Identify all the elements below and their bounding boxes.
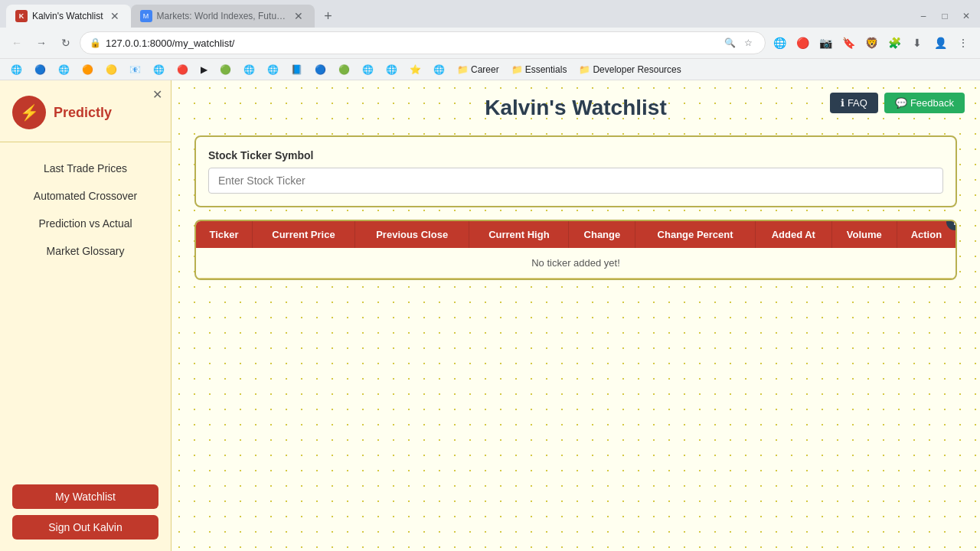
tab-bar: K Kalvin's Watchlist ✕ M Markets: World … xyxy=(0,0,980,28)
tab-title-2: Markets: World Indexes, Future... xyxy=(157,11,287,21)
empty-message: No ticker added yet! xyxy=(196,248,956,279)
sidebar-item-automated-crossover[interactable]: Automated Crossover xyxy=(0,182,171,210)
star-icon[interactable]: ☆ xyxy=(740,35,756,51)
tab-markets[interactable]: M Markets: World Indexes, Future... ✕ xyxy=(131,5,315,28)
close-window-button[interactable]: ✕ xyxy=(959,8,974,24)
url-text: 127.0.0.1:8000/my_watchlist/ xyxy=(106,37,717,49)
sidebar: ✕ ⚡ Predictly Last Trade Prices Automate… xyxy=(0,80,172,551)
tab-close-2[interactable]: ✕ xyxy=(292,9,305,23)
bookmark-career[interactable]: 📁 Career xyxy=(452,63,504,77)
sidebar-logo: ⚡ Predictly xyxy=(0,80,171,142)
table-header-row: Ticker Current Price Previous Close Curr… xyxy=(196,221,956,248)
sidebar-item-last-trade-prices[interactable]: Last Trade Prices xyxy=(0,155,171,182)
extension-icon-5[interactable]: 🦁 xyxy=(861,32,882,54)
toolbar-right-icons: 🌐 🔴 📷 🔖 🦁 🧩 ⬇ 👤 ⋮ xyxy=(769,32,974,54)
menu-icon[interactable]: ⋮ xyxy=(952,32,974,54)
bookmark-19[interactable]: 🌐 xyxy=(429,63,449,77)
tab-favicon-1: K xyxy=(15,10,28,22)
extension-icon-3[interactable]: 📷 xyxy=(815,32,836,54)
forward-button[interactable]: → xyxy=(31,32,52,54)
col-previous-close: Previous Close xyxy=(354,221,469,248)
sidebar-nav: Last Trade Prices Automated Crossover Pr… xyxy=(0,142,171,472)
col-current-high: Current High xyxy=(469,221,569,248)
bookmark-5[interactable]: 🟡 xyxy=(101,63,122,77)
stock-form-label: Stock Ticker Symbol xyxy=(208,149,943,161)
bookmark-3[interactable]: 🌐 xyxy=(54,63,74,77)
bookmark-7[interactable]: 🌐 xyxy=(149,63,169,77)
tab-title-1: Kalvin's Watchlist xyxy=(32,11,103,21)
bookmark-essentials[interactable]: 📁 Essentials xyxy=(507,63,572,77)
feedback-label: Feedback xyxy=(910,97,954,109)
extension-icon-4[interactable]: 🔖 xyxy=(838,32,859,54)
feedback-button[interactable]: 💬 Feedback xyxy=(884,93,965,113)
col-added-at: Added At xyxy=(755,221,831,248)
bookmark-2[interactable]: 🔵 xyxy=(30,63,51,77)
col-volume: Volume xyxy=(831,221,897,248)
col-change: Change xyxy=(569,221,635,248)
bookmark-18[interactable]: ⭐ xyxy=(405,63,426,77)
bookmark-15[interactable]: 🟢 xyxy=(334,63,354,77)
minimize-button[interactable]: – xyxy=(916,8,931,24)
lock-icon: 🔒 xyxy=(90,37,101,48)
col-current-price: Current Price xyxy=(253,221,355,248)
new-tab-button[interactable]: + xyxy=(318,5,339,27)
bookmark-13[interactable]: 📘 xyxy=(286,63,307,77)
back-button[interactable]: ← xyxy=(6,32,28,54)
bookmark-10[interactable]: 🟢 xyxy=(215,63,236,77)
address-bar-icons: 🔍 ☆ xyxy=(722,35,756,51)
profile-icon[interactable]: 👤 xyxy=(929,32,951,54)
page-wrapper: ✕ ⚡ Predictly Last Trade Prices Automate… xyxy=(0,80,980,551)
window-controls: – □ ✕ xyxy=(916,8,974,24)
logo-text: Predictly xyxy=(54,105,112,121)
download-icon[interactable]: ⬇ xyxy=(906,32,928,54)
bookmark-16[interactable]: 🌐 xyxy=(358,63,378,77)
bookmark-1[interactable]: 🌐 xyxy=(6,63,27,77)
extension-icon-6[interactable]: 🧩 xyxy=(884,32,905,54)
stock-form: Stock Ticker Symbol xyxy=(194,135,957,207)
bookmark-4[interactable]: 🟠 xyxy=(77,63,98,77)
toolbar: ← → ↻ 🔒 127.0.0.1:8000/my_watchlist/ 🔍 ☆… xyxy=(0,28,980,58)
bookmark-8[interactable]: 🔴 xyxy=(172,63,193,77)
col-ticker: Ticker xyxy=(196,221,253,248)
bookmark-dev-resources[interactable]: 📁 Developer Resources xyxy=(574,63,685,77)
top-right-buttons: ℹ FAQ 💬 Feedback xyxy=(830,93,965,113)
maximize-button[interactable]: □ xyxy=(937,8,952,24)
extension-icon-1[interactable]: 🌐 xyxy=(769,32,790,54)
sidebar-close-button[interactable]: ✕ xyxy=(149,86,165,102)
browser-chrome: K Kalvin's Watchlist ✕ M Markets: World … xyxy=(0,0,980,80)
refresh-button[interactable]: ↻ xyxy=(55,32,77,54)
sign-out-button[interactable]: Sign Out Kalvin xyxy=(12,515,158,540)
extension-icon-2[interactable]: 🔴 xyxy=(792,32,813,54)
bookmarks-bar: 🌐 🔵 🌐 🟠 🟡 📧 🌐 🔴 ▶ 🟢 🌐 🌐 📘 🔵 🟢 🌐 🌐 ⭐ 🌐 📁 … xyxy=(0,58,980,80)
bookmark-12[interactable]: 🌐 xyxy=(263,63,283,77)
sidebar-item-market-glossary[interactable]: Market Glossary xyxy=(0,237,171,265)
search-icon[interactable]: 🔍 xyxy=(722,35,737,51)
tab-close-1[interactable]: ✕ xyxy=(108,9,122,23)
info-icon: ℹ xyxy=(841,97,844,109)
bookmark-17[interactable]: 🌐 xyxy=(381,63,402,77)
sidebar-item-prediction-vs-actual[interactable]: Prediction vs Actual xyxy=(0,210,171,237)
empty-row: No ticker added yet! xyxy=(196,248,956,279)
sidebar-bottom: My Watchlist Sign Out Kalvin xyxy=(0,472,171,551)
tab-kalvin-watchlist[interactable]: K Kalvin's Watchlist ✕ xyxy=(6,5,131,28)
bookmark-11[interactable]: 🌐 xyxy=(239,63,260,77)
faq-button[interactable]: ℹ FAQ xyxy=(830,93,878,113)
bookmark-14[interactable]: 🔵 xyxy=(310,63,331,77)
bookmark-9[interactable]: ▶ xyxy=(196,63,212,77)
main-content: ℹ FAQ 💬 Feedback Kalvin's Watchlist Stoc… xyxy=(172,80,980,551)
watchlist-table: Ticker Current Price Previous Close Curr… xyxy=(196,221,956,279)
stock-ticker-input[interactable] xyxy=(208,168,943,194)
col-change-percent: Change Percent xyxy=(635,221,755,248)
address-bar[interactable]: 🔒 127.0.0.1:8000/my_watchlist/ 🔍 ☆ xyxy=(80,31,766,54)
logo-lightning-icon: ⚡ xyxy=(20,103,39,122)
bookmark-6[interactable]: 📧 xyxy=(125,63,145,77)
watchlist-table-container: i Ticker Current Price Previous Close Cu… xyxy=(194,220,957,280)
tab-favicon-2: M xyxy=(140,10,152,22)
my-watchlist-button[interactable]: My Watchlist xyxy=(12,484,158,509)
faq-label: FAQ xyxy=(848,97,867,109)
logo-icon: ⚡ xyxy=(12,96,46,129)
chat-icon: 💬 xyxy=(895,97,907,109)
